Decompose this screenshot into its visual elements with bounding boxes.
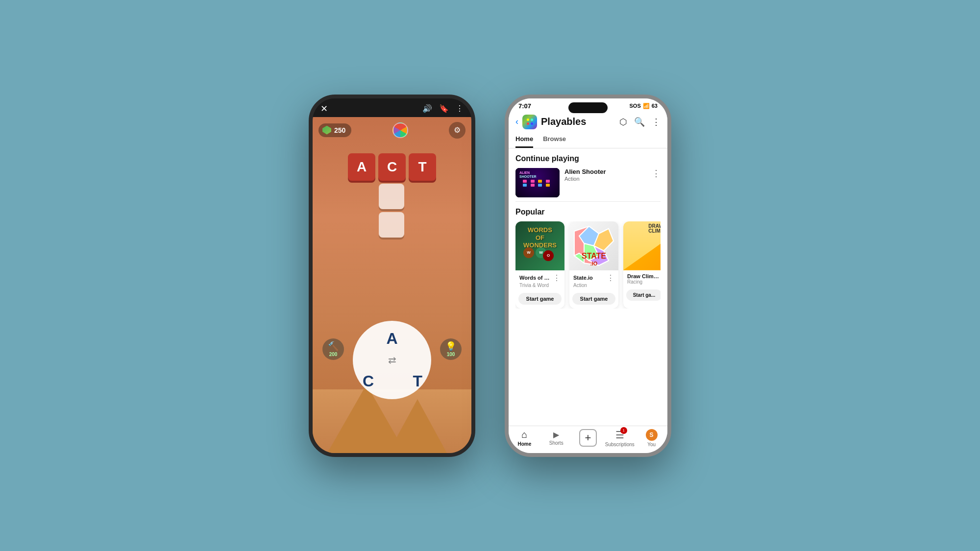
shorts-label: Shorts xyxy=(549,440,564,446)
continue-section: Continue playing xyxy=(509,148,667,201)
hint-button[interactable]: 🔨 200 xyxy=(322,338,344,360)
header-icons: ⬡ 🔍 ⋮ xyxy=(619,117,661,127)
yt-content: Continue playing xyxy=(509,148,667,426)
alien-game-bg: ALIEN SHOOTER xyxy=(515,168,560,197)
game-screen: 250 ⚙ A C T 🔨 200 💡 100 xyxy=(313,117,471,453)
gem-icon xyxy=(322,126,331,135)
game-card-state[interactable]: STATE .IO State.io ⋮ Action Start game xyxy=(569,221,618,309)
state-more-btn[interactable]: ⋮ xyxy=(607,273,614,283)
tab-browse[interactable]: Browse xyxy=(543,132,566,148)
nav-subscriptions[interactable]: ☰ 1 Subscriptions xyxy=(604,429,636,447)
nav-shorts[interactable]: ▶ Shorts xyxy=(540,430,572,446)
game-card-words[interactable]: WORDSOFWONDERS W W O Words of Wond. xyxy=(515,221,564,309)
sos-indicator: SOS xyxy=(630,103,641,109)
draw-start-btn[interactable]: Start ga... xyxy=(626,289,661,301)
alien-shooter-thumb: ALIEN SHOOTER xyxy=(515,168,560,197)
back-button[interactable]: ‹ xyxy=(515,117,518,127)
draw-more-row: Draw Climbe... xyxy=(627,273,661,279)
menu-icon[interactable]: ⋮ xyxy=(456,104,464,113)
hint-count: 200 xyxy=(329,352,338,357)
words-info: Words of Wond... ⋮ Trivia & Word xyxy=(515,270,564,291)
draw-bg: DRAWCLIMB xyxy=(623,221,661,270)
words-more-btn[interactable]: ⋮ xyxy=(553,273,561,283)
words-more-row: Words of Wond... ⋮ xyxy=(519,273,561,283)
letter-selector[interactable]: A C T ⇄ xyxy=(353,321,431,399)
game-card-draw[interactable]: DRAWCLIMB Draw Climbe... Racing Start ga… xyxy=(623,221,661,309)
you-label: You xyxy=(647,442,656,447)
tabs-bar: Home Browse xyxy=(515,132,661,148)
state-info: State.io ⋮ Action xyxy=(569,270,618,291)
header-row: ‹ Playables ⬡ 🔍 ⋮ xyxy=(515,115,661,129)
nav-you[interactable]: S You xyxy=(636,429,667,447)
column-tile-2[interactable] xyxy=(379,212,404,238)
state-genre: Action xyxy=(573,283,614,288)
bookmark-icon[interactable]: 🔖 xyxy=(439,104,449,113)
more-button[interactable]: ⋮ xyxy=(652,117,661,127)
close-icon[interactable]: ✕ xyxy=(320,103,328,114)
youtube-header: ‹ Playables ⬡ 🔍 ⋮ Home Browse xyxy=(509,112,667,148)
search-button[interactable]: 🔍 xyxy=(634,117,645,127)
state-thumb: STATE .IO xyxy=(569,221,618,270)
home-label: Home xyxy=(518,441,532,447)
left-phone: ✕ 🔊 🔖 ⋮ 250 ⚙ A C T xyxy=(309,95,475,457)
gem-count: 250 xyxy=(334,126,345,134)
nav-create[interactable]: + xyxy=(572,429,604,447)
home-icon: ⌂ xyxy=(521,429,527,440)
column-tile-1[interactable] xyxy=(379,184,404,209)
logo-dots xyxy=(527,119,533,125)
wow-bg: WORDSOFWONDERS W W O xyxy=(515,221,564,270)
popular-games-list: WORDSOFWONDERS W W O Words of Wond. xyxy=(515,221,661,309)
subscriptions-icon: ☰ 1 xyxy=(615,429,624,441)
header-left: ‹ Playables xyxy=(515,115,586,129)
status-time: 7:07 xyxy=(518,102,531,110)
cast-button[interactable]: ⬡ xyxy=(619,117,627,127)
nav-home[interactable]: ⌂ Home xyxy=(509,429,540,447)
wifi-icon: 📶 xyxy=(643,103,650,109)
game-topbar: 250 ⚙ xyxy=(313,117,471,144)
state-bg: STATE .IO xyxy=(569,221,618,270)
right-phone: 7:07 SOS 📶 63 ‹ Playables xyxy=(505,95,671,457)
tile-t[interactable]: T xyxy=(409,153,436,181)
wheel-icon[interactable] xyxy=(392,122,408,138)
words-start-btn[interactable]: Start game xyxy=(518,293,562,305)
words-genre: Trivia & Word xyxy=(519,283,561,288)
lightbulb-button[interactable]: 💡 100 xyxy=(440,338,462,360)
subscriptions-label: Subscriptions xyxy=(605,442,635,447)
word-tiles-row: A C T xyxy=(348,153,436,181)
settings-button[interactable]: ⚙ xyxy=(449,122,466,139)
continue-item[interactable]: ALIEN SHOOTER Alien Shooter Action ⋮ xyxy=(515,168,661,197)
words-thumb: WORDSOFWONDERS W W O xyxy=(515,221,564,270)
battery-indicator: 63 xyxy=(652,103,658,109)
draw-genre: Racing xyxy=(627,279,661,285)
create-button[interactable]: + xyxy=(579,429,597,447)
circle-letter-t[interactable]: T xyxy=(413,372,422,390)
tile-a[interactable]: A xyxy=(348,153,375,181)
tile-c[interactable]: C xyxy=(378,153,406,181)
continue-title: Continue playing xyxy=(515,154,661,163)
draw-title: Draw Climbe... xyxy=(627,273,661,279)
circle-letter-a[interactable]: A xyxy=(386,330,397,348)
continue-game-title: Alien Shooter xyxy=(564,168,647,176)
popular-title: Popular xyxy=(515,208,661,216)
continue-game-genre: Action xyxy=(564,176,647,182)
tab-home[interactable]: Home xyxy=(515,132,533,148)
gem-counter: 250 xyxy=(318,123,351,137)
words-title: Words of Wond... xyxy=(519,275,553,281)
draw-info: Draw Climbe... Racing xyxy=(623,270,661,287)
left-topbar: ✕ 🔊 🔖 ⋮ xyxy=(313,98,471,117)
pyramid-right xyxy=(388,399,447,453)
state-start-btn[interactable]: Start game xyxy=(572,293,615,305)
continue-more-btn[interactable]: ⋮ xyxy=(652,168,661,179)
sub-badge: 1 xyxy=(620,427,627,434)
status-icons: SOS 📶 63 xyxy=(630,103,658,109)
bottom-nav: ⌂ Home ▶ Shorts + ☰ 1 Subscriptions S Yo… xyxy=(509,426,667,453)
sound-icon[interactable]: 🔊 xyxy=(422,104,432,113)
shuffle-icon[interactable]: ⇄ xyxy=(388,354,396,366)
state-logo: STATE xyxy=(582,252,606,261)
user-avatar: S xyxy=(646,429,658,441)
lightbulb-count: 100 xyxy=(447,352,455,357)
circle-letter-c[interactable]: C xyxy=(363,372,374,390)
popular-section: Popular WORDSOFWONDERS W W O xyxy=(509,202,667,312)
yt-logo xyxy=(522,115,537,129)
state-title: State.io xyxy=(573,275,593,281)
